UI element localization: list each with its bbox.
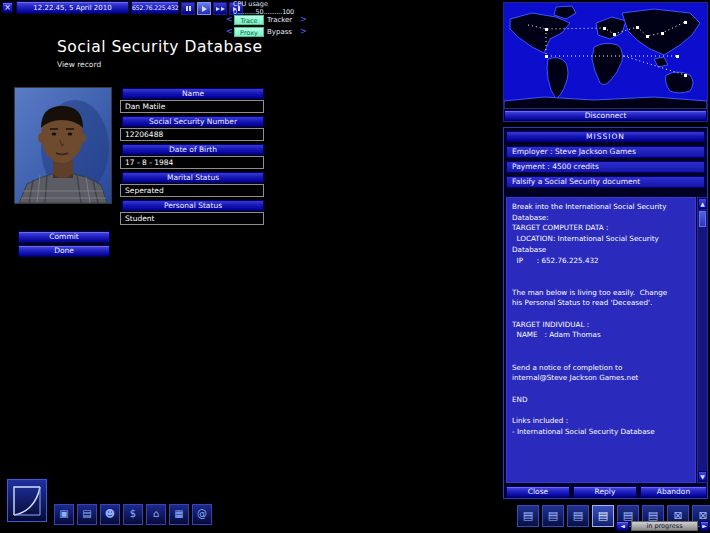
ff-triangle xyxy=(221,7,225,11)
field-label-name: Name xyxy=(122,88,264,99)
field-label-personal: Personal Status xyxy=(122,200,264,211)
close-icon[interactable]: × xyxy=(2,2,13,13)
mission-record-icon[interactable]: ▤ xyxy=(592,505,614,527)
scroll-up-icon[interactable]: ▲ xyxy=(698,198,707,209)
pause-bar xyxy=(186,6,188,11)
fast-forward-icon[interactable] xyxy=(213,2,227,15)
trace-tracker-chip[interactable]: Trace xyxy=(234,15,264,25)
field-label-dob: Date of Birth xyxy=(122,144,264,155)
persona-icon[interactable]: ☻ xyxy=(100,504,120,525)
ip-display[interactable]: 652.76.225.432 xyxy=(131,1,179,14)
mission-body-text[interactable]: Break into the International Social Secu… xyxy=(506,197,696,483)
cpu-usage-label: CPU usage xyxy=(233,0,268,8)
world-map[interactable] xyxy=(504,3,707,109)
proxy-prev-icon[interactable]: < xyxy=(226,27,233,37)
field-label-marital: Marital Status xyxy=(122,172,264,183)
mission-header: MISSION xyxy=(506,131,705,142)
page-title: Social Security Database xyxy=(57,38,262,56)
mission-record-icon[interactable]: ▤ xyxy=(517,505,539,527)
commit-button[interactable]: Commit xyxy=(18,231,110,243)
play-triangle xyxy=(202,6,207,12)
marital-status-field[interactable]: Seperated xyxy=(120,184,264,197)
scrollbar-thumb[interactable] xyxy=(699,211,706,227)
trace-next-icon[interactable]: > xyxy=(300,15,307,25)
bank-icon[interactable]: ⌂ xyxy=(146,504,166,525)
analysis-icon[interactable]: ▦ xyxy=(169,504,189,525)
play-icon[interactable] xyxy=(197,2,211,15)
status-left-icon[interactable]: ◄ xyxy=(616,521,629,531)
suspect-photo xyxy=(14,87,112,204)
mission-scrollbar[interactable]: ▲ ▼ xyxy=(697,197,708,483)
name-field[interactable]: Dan Matile xyxy=(120,100,264,113)
reply-button[interactable]: Reply xyxy=(573,486,637,498)
field-label-ssn: Social Security Number xyxy=(122,116,264,127)
mission-record-icon[interactable]: ▤ xyxy=(542,505,564,527)
gateway-icon[interactable]: ▣ xyxy=(54,504,74,525)
personal-status-field[interactable]: Student xyxy=(120,212,264,225)
mission-summary-row: Falsify a Social Security document xyxy=(506,176,705,188)
ssn-field[interactable]: 12206488 xyxy=(120,128,264,141)
finance-icon[interactable]: $ xyxy=(123,504,143,525)
trace-tracker-label: Tracker xyxy=(267,15,292,25)
mission-payment-row: Payment : 4500 credits xyxy=(506,161,705,173)
page-subtitle: View record xyxy=(57,60,101,69)
memory-icon[interactable]: ▤ xyxy=(77,504,97,525)
close-button[interactable]: Close xyxy=(506,486,570,498)
dob-field[interactable]: 17 - 8 - 1984 xyxy=(120,156,264,169)
proxy-bypass-label: Bypass xyxy=(267,27,292,37)
disconnect-button[interactable]: Disconnect xyxy=(504,110,707,121)
mission-employer-row: Employer : Steve Jackson Games xyxy=(506,146,705,158)
world-map-panel: Disconnect xyxy=(503,2,708,122)
done-button[interactable]: Done xyxy=(18,245,110,257)
scroll-down-icon[interactable]: ▼ xyxy=(698,471,707,482)
abandon-button[interactable]: Abandon xyxy=(640,486,707,498)
ff-triangle xyxy=(216,7,220,11)
uplink-screen: × 12.22.45, 5 April 2010 652.76.225.432 … xyxy=(0,0,710,533)
status-right-icon[interactable]: ► xyxy=(700,521,709,531)
proxy-next-icon[interactable]: > xyxy=(300,27,307,37)
mission-record-icon[interactable]: ▤ xyxy=(567,505,589,527)
proxy-bypass-chip[interactable]: Proxy xyxy=(234,27,264,37)
taskbar-icons: ▣▤☻$⌂▦@ xyxy=(54,504,215,525)
mission-panel: MISSION Employer : Steve Jackson Games P… xyxy=(503,127,708,499)
irc-icon[interactable]: @ xyxy=(192,504,212,525)
clock-display[interactable]: 12.22.45, 5 April 2010 xyxy=(16,1,129,14)
pause-bar xyxy=(189,6,191,11)
mission-status-badge: in progress xyxy=(631,521,698,531)
trace-prev-icon[interactable]: < xyxy=(226,15,233,25)
uplink-logo[interactable] xyxy=(7,479,47,522)
pause-icon[interactable] xyxy=(181,2,195,15)
